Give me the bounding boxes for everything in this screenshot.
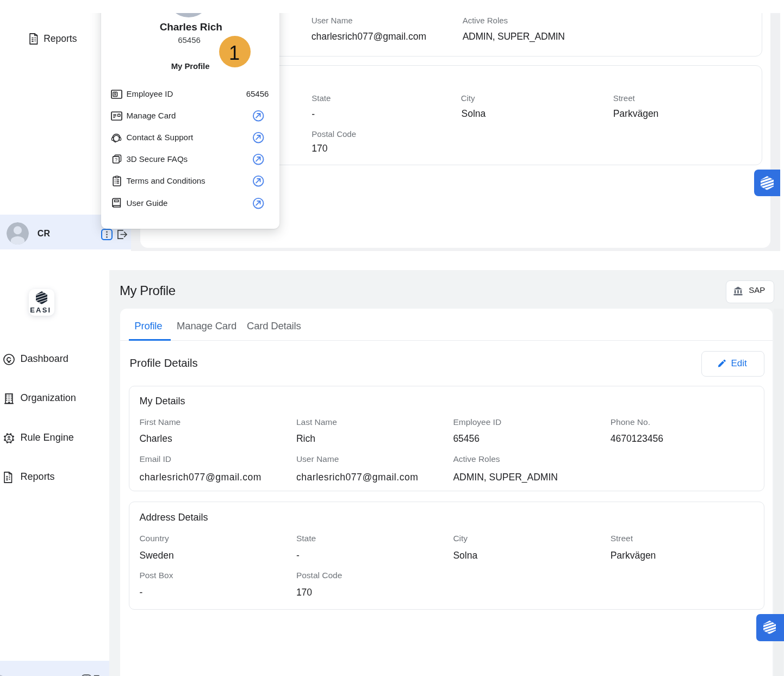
svg-text:?: ? [114, 157, 117, 162]
